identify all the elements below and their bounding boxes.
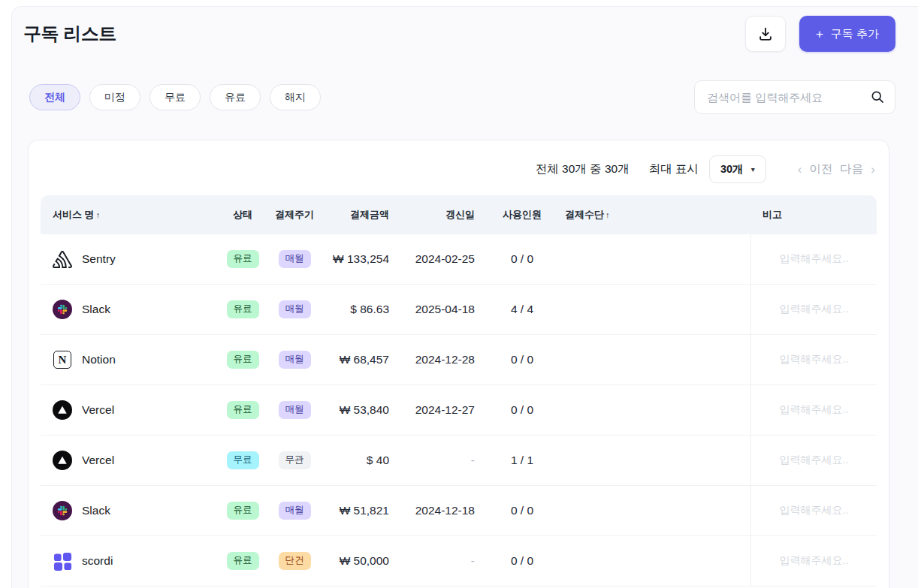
table-row[interactable]: N Notion 유료 매월 ₩ 68,457 2024-12-28 0 / 0… <box>41 335 877 385</box>
payment-method-cell[interactable] <box>562 410 750 411</box>
page-size-dropdown[interactable]: 30개 ▾ <box>709 155 766 183</box>
max-display-control: 최대 표시 30개 ▾ <box>649 155 766 183</box>
payment-method-cell[interactable] <box>562 561 750 562</box>
filter-chip-4[interactable]: 해지 <box>270 84 321 110</box>
member-count: 0 / 0 <box>482 504 562 517</box>
column-header-5: 사용인원 <box>482 208 562 222</box>
table-header-row: 서비스 명↑상태결제주기결제금액갱신일사용인원결제수단↑비고 <box>41 195 877 234</box>
filter-chip-3[interactable]: 유료 <box>210 84 261 110</box>
column-header-1: 상태 <box>221 208 264 222</box>
sort-asc-icon: ↑ <box>605 210 610 219</box>
column-header-6[interactable]: 결제수단↑ <box>562 208 750 222</box>
filter-chip-0[interactable]: 전체 <box>29 84 80 110</box>
add-subscription-button[interactable]: + 구독 추가 <box>799 16 895 52</box>
renewal-date: 2024-12-28 <box>397 353 482 366</box>
billing-amount: ₩ 51,821 <box>325 504 397 517</box>
table-row[interactable]: Sentry 유료 매월 ₩ 133,254 2024-02-25 0 / 0 … <box>41 234 877 285</box>
table-row[interactable]: Vercel 유료 매월 ₩ 53,840 2024-12-27 0 / 0 입… <box>41 385 877 436</box>
service-name: scordi <box>82 554 113 568</box>
filter-chip-2[interactable]: 무료 <box>149 84 201 110</box>
sort-asc-icon: ↑ <box>96 210 101 219</box>
vercel-logo <box>53 400 72 420</box>
status-badge: 유료 <box>227 250 259 268</box>
filter-chip-1[interactable]: 미정 <box>89 84 140 110</box>
column-label: 상태 <box>233 208 252 222</box>
column-header-3: 결제금액 <box>325 208 397 222</box>
billing-amount: ₩ 68,457 <box>325 353 397 366</box>
payment-method-cell[interactable] <box>562 460 750 461</box>
member-count: 0 / 0 <box>482 353 562 366</box>
note-input[interactable]: 입력해주세요.. <box>750 234 877 284</box>
column-header-7: 비고 <box>750 208 877 222</box>
payment-method-cell[interactable] <box>562 259 750 260</box>
list-toolbar: 전체 30개 중 30개 최대 표시 30개 ▾ ‹ 이전 다음 › <box>41 155 877 183</box>
chevron-left-icon[interactable]: ‹ <box>798 162 802 177</box>
table-row[interactable]: scordi 유료 단건 ₩ 50,000 - 0 / 0 입력해주세요.. <box>41 536 877 586</box>
renewal-date: - <box>397 554 482 568</box>
table-row[interactable]: Slack 유료 매월 ₩ 51,821 2024-12-18 0 / 0 입력… <box>41 486 877 536</box>
billing-cycle-badge: 무관 <box>279 451 311 469</box>
billing-cycle-badge: 매월 <box>279 502 311 520</box>
payment-method-cell[interactable] <box>562 511 750 511</box>
next-page-button[interactable]: 다음 <box>840 161 863 177</box>
billing-amount: $ 40 <box>325 454 397 467</box>
column-header-2: 결제주기 <box>264 208 325 222</box>
page-title: 구독 리스트 <box>23 16 116 46</box>
sentry-logo <box>53 249 72 269</box>
note-placeholder: 입력해주세요.. <box>780 403 849 417</box>
renewal-date: 2024-12-27 <box>397 403 482 417</box>
service-name: Notion <box>82 353 116 366</box>
download-button[interactable] <box>745 16 786 52</box>
search-icon[interactable] <box>870 89 885 104</box>
note-input[interactable]: 입력해주세요.. <box>750 285 877 334</box>
chevron-right-icon[interactable]: › <box>871 162 875 177</box>
column-header-0[interactable]: 서비스 명↑ <box>41 208 221 222</box>
filter-chips: 전체미정무료유료해지 <box>23 84 321 110</box>
column-label: 서비스 명 <box>53 208 95 222</box>
member-count: 0 / 0 <box>482 252 562 266</box>
notion-logo: N <box>53 350 72 369</box>
total-count-text: 전체 30개 중 30개 <box>536 161 630 177</box>
slack-logo <box>53 501 72 520</box>
column-label: 갱신일 <box>445 208 475 222</box>
service-name: Vercel <box>82 454 114 467</box>
member-count: 1 / 1 <box>482 454 562 467</box>
status-badge: 무료 <box>227 451 259 469</box>
status-badge: 유료 <box>227 300 259 318</box>
payment-method-cell[interactable] <box>562 360 750 360</box>
subscription-table: 서비스 명↑상태결제주기결제금액갱신일사용인원결제수단↑비고 Sentry 유료… <box>41 195 877 586</box>
status-badge: 유료 <box>227 552 259 570</box>
billing-amount: ₩ 53,840 <box>325 403 397 417</box>
download-icon <box>757 26 774 42</box>
header-actions: + 구독 추가 <box>745 16 895 52</box>
member-count: 4 / 4 <box>482 303 562 316</box>
billing-amount: ₩ 133,254 <box>325 252 397 266</box>
renewal-date: - <box>397 454 482 467</box>
billing-amount: ₩ 50,000 <box>325 554 397 568</box>
subscription-list-card: 전체 30개 중 30개 최대 표시 30개 ▾ ‹ 이전 다음 › 서비스 명… <box>28 140 889 588</box>
table-row[interactable]: Vercel 무료 무관 $ 40 - 1 / 1 입력해주세요.. <box>41 436 877 486</box>
note-input[interactable]: 입력해주세요.. <box>750 385 877 435</box>
page-header: 구독 리스트 + 구독 추가 <box>23 14 895 52</box>
search-input[interactable] <box>694 80 895 114</box>
note-placeholder: 입력해주세요.. <box>780 353 849 366</box>
table-row[interactable]: Slack 유료 매월 $ 86.63 2025-04-18 4 / 4 입력해… <box>41 285 877 335</box>
note-input[interactable]: 입력해주세요.. <box>750 486 877 535</box>
prev-page-button[interactable]: 이전 <box>809 161 832 177</box>
status-badge: 유료 <box>227 351 259 369</box>
member-count: 0 / 0 <box>482 554 562 568</box>
note-placeholder: 입력해주세요.. <box>780 303 849 316</box>
note-input[interactable]: 입력해주세요.. <box>750 335 877 384</box>
note-input[interactable]: 입력해주세요.. <box>750 536 877 586</box>
note-placeholder: 입력해주세요.. <box>780 554 849 568</box>
note-input[interactable]: 입력해주세요.. <box>750 436 877 485</box>
status-badge: 유료 <box>227 502 259 520</box>
column-label: 비고 <box>762 208 782 222</box>
billing-cycle-badge: 매월 <box>279 250 311 268</box>
billing-amount: $ 86.63 <box>325 303 397 316</box>
service-name: Vercel <box>82 403 114 417</box>
renewal-date: 2025-04-18 <box>397 303 482 316</box>
table-body: Sentry 유료 매월 ₩ 133,254 2024-02-25 0 / 0 … <box>41 234 877 586</box>
payment-method-cell[interactable] <box>562 309 750 310</box>
renewal-date: 2024-12-18 <box>397 504 482 517</box>
